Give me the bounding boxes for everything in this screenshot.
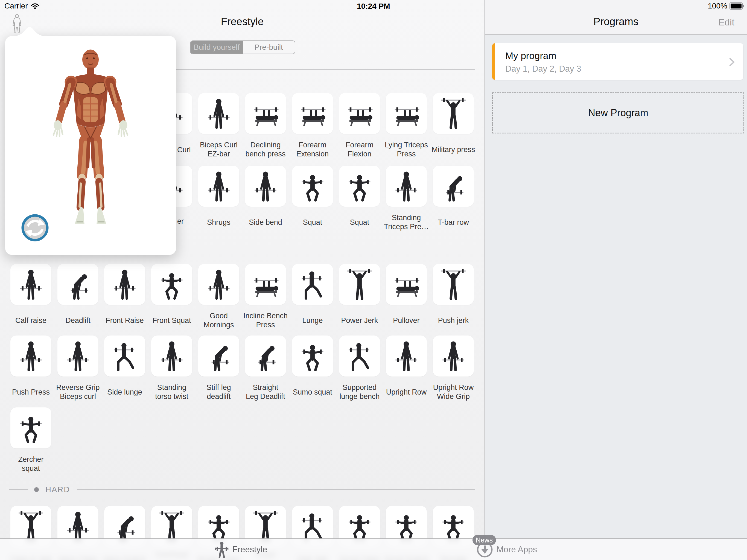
exercise-card[interactable]: [198, 93, 239, 134]
exercise-photo: [60, 266, 96, 302]
rotate-figure-button[interactable]: [21, 213, 50, 242]
exercise-label: Straight Leg Deadlift: [238, 383, 293, 401]
exercise-label: Squat: [285, 213, 340, 231]
exercise-card[interactable]: [10, 407, 51, 449]
exercise-label: Standing Triceps Pre…: [379, 213, 434, 231]
exercise-label: Supported lunge bench: [332, 383, 387, 401]
exercise-card[interactable]: [433, 335, 474, 377]
exercise-card[interactable]: [198, 166, 239, 207]
exercise-card[interactable]: [10, 264, 51, 305]
exercise-card[interactable]: [386, 93, 427, 134]
exercise-card[interactable]: [104, 264, 145, 305]
exercise-card[interactable]: [292, 264, 333, 305]
segment-pre-built[interactable]: Pre-built: [243, 41, 295, 54]
exercise-label: Sumo squat: [285, 383, 340, 401]
exercise-card[interactable]: [151, 264, 192, 305]
program-row-my-program[interactable]: My program Day 1, Day 2, Day 3: [492, 43, 743, 80]
exercise-label: Push jerk: [426, 311, 481, 330]
exercise-card[interactable]: [339, 264, 380, 305]
exercise-photo: [388, 96, 424, 131]
exercise-label: Reverse Grip Biceps curl: [51, 383, 105, 401]
exercise-card[interactable]: [10, 335, 51, 377]
exercise-card[interactable]: [386, 264, 427, 305]
exercise-card[interactable]: [151, 335, 192, 377]
exercise-label-fragment: er: [177, 217, 184, 226]
exercise-card[interactable]: [292, 335, 333, 377]
section-label: HARD: [45, 485, 70, 494]
exercise-label: Squat: [332, 213, 387, 231]
exercise-label: Upright Row: [379, 383, 434, 401]
muscle-filter-popover: [5, 36, 176, 255]
exercise-photo: [154, 266, 190, 302]
battery-icon: [729, 2, 743, 9]
exercise-label: Upright Row Wide Grip: [426, 383, 481, 401]
tab-freestyle[interactable]: Freestyle: [215, 539, 267, 560]
exercise-label: Push Press: [4, 383, 58, 401]
exercise-photo: [388, 168, 424, 204]
exercise-label: Incline Bench Press: [238, 311, 293, 330]
battery-percent: 100%: [707, 2, 727, 10]
exercise-photo: [341, 266, 378, 302]
exercise-photo: [201, 96, 237, 131]
status-bar: Carrier 10:24 PM 100%: [0, 0, 747, 11]
news-badge: News: [472, 535, 496, 545]
exercise-label: Front Raise: [97, 311, 152, 330]
exercise-card[interactable]: [339, 335, 380, 377]
exercise-label: Stiff leg deadlift: [191, 383, 246, 401]
exercise-card[interactable]: [433, 93, 474, 134]
exercise-label: Power Jerk: [332, 311, 387, 330]
exercise-photo: [294, 266, 331, 302]
exercise-card[interactable]: [57, 335, 98, 377]
program-accent-bar: [492, 43, 495, 80]
section-dot: [34, 487, 39, 492]
exercise-photo: [294, 168, 331, 204]
exercise-label: Side bend: [238, 213, 293, 231]
exercise-card[interactable]: [245, 264, 286, 305]
exercise-label: Forearm Flexion: [332, 141, 387, 159]
exercise-card[interactable]: [245, 335, 286, 377]
exercise-card[interactable]: [433, 264, 474, 305]
exercise-photo: [60, 338, 96, 374]
programs-panel: Programs Edit My program Day 1, Day 2, D…: [485, 0, 747, 560]
clock: 10:24 PM: [0, 2, 747, 11]
exercise-card[interactable]: [339, 93, 380, 134]
exercise-card[interactable]: [292, 166, 333, 207]
exercise-card[interactable]: [339, 166, 380, 207]
exercise-label: Zercher squat: [4, 455, 58, 473]
new-program-button[interactable]: New Program: [492, 93, 744, 133]
exercise-card[interactable]: [433, 166, 474, 207]
exercise-card[interactable]: [386, 335, 427, 377]
exercise-photo: [201, 338, 237, 374]
anterior-muscle-anatomy-figure[interactable]: [36, 43, 145, 246]
segmented-control: Build yourself Pre-built: [190, 41, 295, 54]
exercise-card[interactable]: [245, 93, 286, 134]
program-title: My program: [505, 50, 557, 61]
exercise-card[interactable]: [292, 93, 333, 134]
exercise-photo: [248, 168, 284, 204]
popover-arrow: [13, 26, 46, 36]
exercise-photo: [201, 168, 237, 204]
exercise-card[interactable]: [198, 264, 239, 305]
exercise-card[interactable]: [198, 335, 239, 377]
exercise-card[interactable]: [245, 166, 286, 207]
segment-build-yourself[interactable]: Build yourself: [190, 41, 243, 54]
exercise-photo: [13, 338, 49, 374]
exercise-card[interactable]: [57, 264, 98, 305]
exercise-card[interactable]: [386, 166, 427, 207]
exercise-photo: [13, 410, 49, 446]
exercise-label: Deadlift: [51, 311, 105, 330]
exercise-photo: [154, 338, 190, 374]
tab-bar: Freestyle News More Apps: [0, 538, 747, 560]
edit-button[interactable]: Edit: [718, 17, 735, 28]
exercise-photo: [248, 266, 284, 302]
exercise-photo: [435, 96, 471, 131]
exercise-photo: [435, 168, 471, 204]
exercise-label: T-bar row: [426, 213, 481, 231]
chevron-right-icon: [728, 57, 736, 67]
exercise-photo: [435, 266, 471, 302]
exercise-photo: [341, 168, 378, 204]
exercise-label: Standing torso twist: [145, 383, 199, 401]
exercise-photo: [107, 266, 143, 302]
exercise-card[interactable]: [104, 335, 145, 377]
program-subtitle: Day 1, Day 2, Day 3: [505, 64, 581, 74]
